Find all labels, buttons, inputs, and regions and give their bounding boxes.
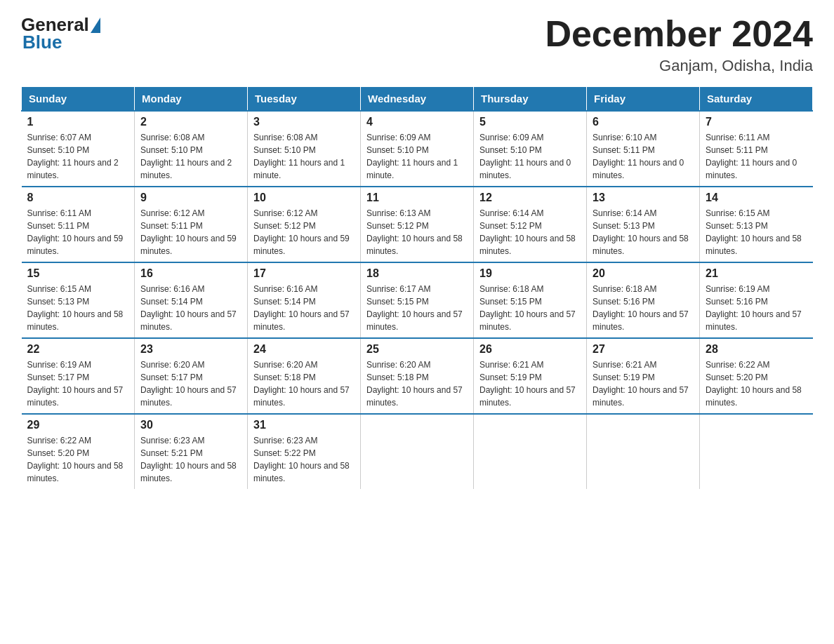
- day-info: Sunrise: 6:19 AMSunset: 5:16 PMDaylight:…: [706, 284, 802, 332]
- day-info: Sunrise: 6:16 AMSunset: 5:14 PMDaylight:…: [253, 284, 350, 332]
- day-info: Sunrise: 6:19 AMSunset: 5:17 PMDaylight:…: [27, 360, 124, 408]
- calendar-cell: 8 Sunrise: 6:11 AMSunset: 5:11 PMDayligh…: [22, 187, 135, 262]
- day-number: 28: [706, 343, 807, 356]
- day-number: 27: [593, 343, 694, 356]
- day-info: Sunrise: 6:11 AMSunset: 5:11 PMDaylight:…: [706, 133, 797, 180]
- calendar-cell: 18 Sunrise: 6:17 AMSunset: 5:15 PMDaylig…: [361, 262, 474, 338]
- day-number: 31: [253, 419, 355, 431]
- day-number: 30: [140, 419, 241, 431]
- day-number: 21: [706, 267, 807, 280]
- calendar-week-row: 1 Sunrise: 6:07 AMSunset: 5:10 PMDayligh…: [22, 111, 813, 187]
- calendar-table: SundayMondayTuesdayWednesdayThursdayFrid…: [21, 86, 813, 489]
- day-number: 29: [27, 419, 129, 431]
- calendar-week-row: 15 Sunrise: 6:15 AMSunset: 5:13 PMDaylig…: [22, 262, 813, 338]
- day-info: Sunrise: 6:23 AMSunset: 5:22 PMDaylight:…: [253, 436, 350, 483]
- day-number: 26: [479, 343, 581, 356]
- day-info: Sunrise: 6:20 AMSunset: 5:18 PMDaylight:…: [253, 360, 350, 408]
- day-info: Sunrise: 6:15 AMSunset: 5:13 PMDaylight:…: [706, 208, 802, 256]
- calendar-cell: 7 Sunrise: 6:11 AMSunset: 5:11 PMDayligh…: [700, 111, 813, 187]
- day-info: Sunrise: 6:18 AMSunset: 5:15 PMDaylight:…: [479, 284, 576, 332]
- day-number: 14: [706, 192, 807, 204]
- day-number: 4: [366, 116, 468, 128]
- logo: General Blue: [21, 14, 100, 53]
- calendar-cell: 29 Sunrise: 6:22 AMSunset: 5:20 PMDaylig…: [22, 414, 135, 489]
- weekday-header-wednesday: Wednesday: [361, 87, 474, 112]
- day-info: Sunrise: 6:10 AMSunset: 5:11 PMDaylight:…: [593, 133, 684, 180]
- weekday-header-tuesday: Tuesday: [248, 87, 361, 112]
- calendar-cell: 30 Sunrise: 6:23 AMSunset: 5:21 PMDaylig…: [135, 414, 248, 489]
- calendar-cell: 9 Sunrise: 6:12 AMSunset: 5:11 PMDayligh…: [135, 187, 248, 262]
- calendar-cell: 2 Sunrise: 6:08 AMSunset: 5:10 PMDayligh…: [135, 111, 248, 187]
- logo-triangle-icon: [91, 18, 100, 33]
- page-header: General Blue December 2024 Ganjam, Odish…: [21, 14, 813, 75]
- day-number: 13: [593, 192, 694, 204]
- day-number: 17: [253, 267, 355, 280]
- day-info: Sunrise: 6:22 AMSunset: 5:20 PMDaylight:…: [706, 360, 802, 408]
- weekday-header-monday: Monday: [135, 87, 248, 112]
- day-number: 16: [140, 267, 241, 280]
- day-number: 2: [140, 116, 241, 128]
- day-info: Sunrise: 6:14 AMSunset: 5:12 PMDaylight:…: [479, 208, 576, 256]
- calendar-cell: 16 Sunrise: 6:16 AMSunset: 5:14 PMDaylig…: [135, 262, 248, 338]
- day-number: 6: [593, 116, 694, 128]
- day-info: Sunrise: 6:17 AMSunset: 5:15 PMDaylight:…: [366, 284, 463, 332]
- calendar-cell: 27 Sunrise: 6:21 AMSunset: 5:19 PMDaylig…: [587, 338, 700, 414]
- day-number: 24: [253, 343, 355, 356]
- calendar-cell: 28 Sunrise: 6:22 AMSunset: 5:20 PMDaylig…: [700, 338, 813, 414]
- day-info: Sunrise: 6:11 AMSunset: 5:11 PMDaylight:…: [27, 208, 124, 256]
- day-info: Sunrise: 6:08 AMSunset: 5:10 PMDaylight:…: [140, 133, 232, 180]
- calendar-cell: 12 Sunrise: 6:14 AMSunset: 5:12 PMDaylig…: [474, 187, 587, 262]
- calendar-cell: 10 Sunrise: 6:12 AMSunset: 5:12 PMDaylig…: [248, 187, 361, 262]
- day-number: 10: [253, 192, 355, 204]
- day-info: Sunrise: 6:14 AMSunset: 5:13 PMDaylight:…: [593, 208, 689, 256]
- calendar-cell: [587, 414, 700, 489]
- calendar-cell: 4 Sunrise: 6:09 AMSunset: 5:10 PMDayligh…: [361, 111, 474, 187]
- day-info: Sunrise: 6:15 AMSunset: 5:13 PMDaylight:…: [27, 284, 124, 332]
- day-info: Sunrise: 6:12 AMSunset: 5:12 PMDaylight:…: [253, 208, 350, 256]
- day-number: 19: [479, 267, 581, 280]
- day-number: 5: [479, 116, 581, 128]
- day-number: 9: [140, 192, 241, 204]
- day-number: 25: [366, 343, 468, 356]
- calendar-cell: 1 Sunrise: 6:07 AMSunset: 5:10 PMDayligh…: [22, 111, 135, 187]
- calendar-cell: 20 Sunrise: 6:18 AMSunset: 5:16 PMDaylig…: [587, 262, 700, 338]
- calendar-cell: 22 Sunrise: 6:19 AMSunset: 5:17 PMDaylig…: [22, 338, 135, 414]
- logo-blue-text: Blue: [21, 32, 62, 53]
- day-number: 12: [479, 192, 581, 204]
- calendar-subtitle: Ganjam, Odisha, India: [545, 57, 813, 75]
- weekday-header-sunday: Sunday: [22, 87, 135, 112]
- day-number: 3: [253, 116, 355, 128]
- day-number: 15: [27, 267, 129, 280]
- weekday-header-row: SundayMondayTuesdayWednesdayThursdayFrid…: [22, 87, 813, 112]
- calendar-cell: 15 Sunrise: 6:15 AMSunset: 5:13 PMDaylig…: [22, 262, 135, 338]
- day-info: Sunrise: 6:20 AMSunset: 5:18 PMDaylight:…: [366, 360, 463, 408]
- day-info: Sunrise: 6:13 AMSunset: 5:12 PMDaylight:…: [366, 208, 463, 256]
- day-info: Sunrise: 6:07 AMSunset: 5:10 PMDaylight:…: [27, 133, 119, 180]
- day-info: Sunrise: 6:20 AMSunset: 5:17 PMDaylight:…: [140, 360, 237, 408]
- day-info: Sunrise: 6:21 AMSunset: 5:19 PMDaylight:…: [479, 360, 576, 408]
- calendar-cell: 3 Sunrise: 6:08 AMSunset: 5:10 PMDayligh…: [248, 111, 361, 187]
- day-number: 22: [27, 343, 129, 356]
- day-info: Sunrise: 6:16 AMSunset: 5:14 PMDaylight:…: [140, 284, 237, 332]
- day-info: Sunrise: 6:21 AMSunset: 5:19 PMDaylight:…: [593, 360, 689, 408]
- calendar-cell: 31 Sunrise: 6:23 AMSunset: 5:22 PMDaylig…: [248, 414, 361, 489]
- day-info: Sunrise: 6:12 AMSunset: 5:11 PMDaylight:…: [140, 208, 237, 256]
- calendar-cell: 13 Sunrise: 6:14 AMSunset: 5:13 PMDaylig…: [587, 187, 700, 262]
- day-info: Sunrise: 6:09 AMSunset: 5:10 PMDaylight:…: [366, 133, 458, 180]
- day-number: 8: [27, 192, 129, 204]
- day-info: Sunrise: 6:22 AMSunset: 5:20 PMDaylight:…: [27, 436, 124, 483]
- calendar-cell: [474, 414, 587, 489]
- calendar-cell: [361, 414, 474, 489]
- calendar-cell: 6 Sunrise: 6:10 AMSunset: 5:11 PMDayligh…: [587, 111, 700, 187]
- calendar-cell: 24 Sunrise: 6:20 AMSunset: 5:18 PMDaylig…: [248, 338, 361, 414]
- day-info: Sunrise: 6:09 AMSunset: 5:10 PMDaylight:…: [479, 133, 571, 180]
- calendar-cell: 11 Sunrise: 6:13 AMSunset: 5:12 PMDaylig…: [361, 187, 474, 262]
- calendar-cell: 26 Sunrise: 6:21 AMSunset: 5:19 PMDaylig…: [474, 338, 587, 414]
- calendar-cell: 25 Sunrise: 6:20 AMSunset: 5:18 PMDaylig…: [361, 338, 474, 414]
- calendar-cell: 23 Sunrise: 6:20 AMSunset: 5:17 PMDaylig…: [135, 338, 248, 414]
- calendar-cell: 19 Sunrise: 6:18 AMSunset: 5:15 PMDaylig…: [474, 262, 587, 338]
- day-info: Sunrise: 6:08 AMSunset: 5:10 PMDaylight:…: [253, 133, 345, 180]
- calendar-week-row: 22 Sunrise: 6:19 AMSunset: 5:17 PMDaylig…: [22, 338, 813, 414]
- calendar-cell: [700, 414, 813, 489]
- weekday-header-saturday: Saturday: [700, 87, 813, 112]
